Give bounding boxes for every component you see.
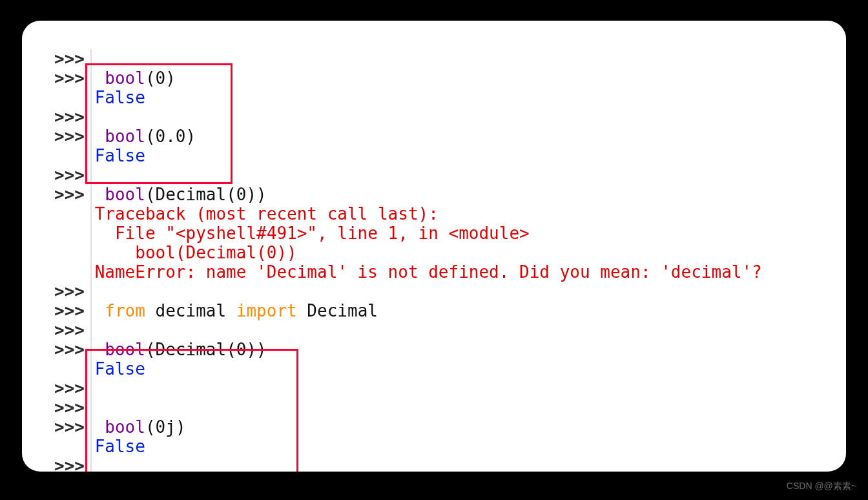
repl-line: bool(Decimal(0))	[54, 243, 762, 262]
repl-error: bool(Decimal(0))	[95, 243, 297, 262]
code-token: decimal	[145, 301, 236, 320]
code-token: bool	[105, 340, 145, 359]
code-token: 0.0	[156, 127, 186, 146]
repl-line: >>>	[54, 282, 762, 301]
code-token: ))	[246, 185, 266, 204]
code-token: )	[176, 417, 186, 437]
repl-prompt: >>>	[54, 282, 95, 301]
repl-output: False	[95, 359, 145, 379]
repl-prompt: >>>	[54, 127, 105, 146]
code-token: ))	[246, 340, 266, 359]
code-token: from	[105, 301, 145, 320]
repl-line: >>> bool(Decimal(0))	[54, 185, 762, 204]
repl-line: >>>	[54, 165, 762, 185]
repl-line: >>> from decimal import Decimal	[54, 301, 762, 320]
repl-line: >>> bool(0)	[54, 68, 762, 88]
repl-output: False	[95, 88, 145, 107]
repl-line: Traceback (most recent call last):	[54, 204, 762, 224]
code-token: 0	[236, 340, 247, 359]
repl-prompt: >>>	[54, 456, 95, 472]
code-token: import	[236, 301, 297, 320]
repl-prompt: >>>	[54, 49, 95, 68]
repl-prompt: >>>	[54, 185, 105, 204]
repl-error: NameError: name 'Decimal' is not defined…	[95, 262, 762, 282]
code-token: Decimal	[297, 301, 378, 320]
repl-prompt: >>>	[54, 398, 95, 417]
repl-line: File "<pyshell#491>", line 1, in <module…	[54, 224, 762, 243]
repl-line: False	[54, 88, 762, 107]
repl-line: False	[54, 437, 762, 456]
code-token: (	[145, 417, 156, 437]
repl-prompt: >>>	[54, 68, 105, 88]
repl-line: >>>	[54, 107, 762, 127]
repl-output: False	[95, 146, 145, 165]
repl-prompt: >>>	[54, 320, 95, 340]
repl-prompt: >>>	[54, 301, 105, 320]
repl-error: File "<pyshell#491>", line 1, in <module…	[95, 224, 530, 243]
code-token: bool	[105, 185, 145, 204]
repl-line: NameError: name 'Decimal' is not defined…	[54, 262, 762, 282]
repl-error: Traceback (most recent call last):	[95, 204, 439, 224]
repl-line: >>> bool(0.0)	[54, 127, 762, 146]
code-token: (Decimal(	[145, 340, 236, 359]
repl-line: >>>	[54, 456, 762, 472]
code-token: bool	[105, 127, 145, 146]
repl-line: >>>	[54, 379, 762, 398]
repl-prompt: >>>	[54, 340, 105, 359]
code-token: bool	[105, 68, 145, 88]
repl-line: >>>	[54, 320, 762, 340]
repl-prompt: >>>	[54, 379, 95, 398]
terminal-window: >>>>>> bool(0) False>>>>>> bool(0.0) Fal…	[22, 21, 846, 472]
repl-line: False	[54, 359, 762, 379]
repl-output: False	[95, 437, 145, 456]
code-token: (Decimal(	[145, 185, 236, 204]
code-token: 0	[156, 68, 166, 88]
repl-prompt: >>>	[54, 107, 95, 127]
repl-line: >>> bool(Decimal(0))	[54, 340, 762, 359]
watermark-text: CSDN @@素素~	[787, 481, 856, 492]
repl-line: False	[54, 146, 762, 165]
repl-line: >>> bool(0j)	[54, 417, 762, 437]
code-token: bool	[105, 417, 145, 437]
code-token: 0j	[156, 417, 176, 437]
code-token: 0	[236, 185, 247, 204]
repl-prompt: >>>	[54, 417, 105, 437]
repl-prompt: >>>	[54, 165, 95, 185]
repl-line: >>>	[54, 398, 762, 417]
code-token: )	[186, 127, 196, 146]
code-token: )	[165, 68, 176, 88]
python-repl-code[interactable]: >>>>>> bool(0) False>>>>>> bool(0.0) Fal…	[54, 49, 762, 472]
code-token: (	[145, 68, 156, 88]
code-token: (	[145, 127, 156, 146]
repl-line: >>>	[54, 49, 762, 68]
